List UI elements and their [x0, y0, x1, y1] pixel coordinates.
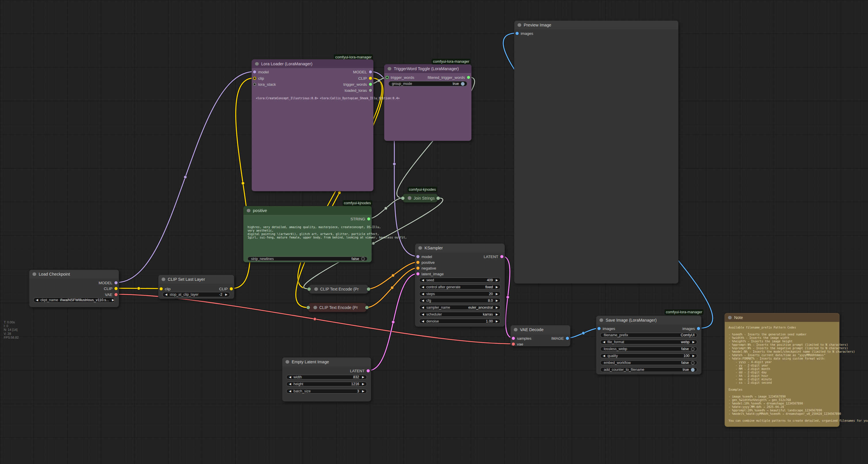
decrement-arrow-icon[interactable]: ◀ — [422, 313, 424, 316]
group-mode-widget[interactable]: group_modetrue — [389, 81, 467, 86]
slot-dot-icon[interactable] — [697, 327, 700, 330]
node-empty-latent-image[interactable]: Empty Latent ImageLATENT◀width832▶◀heigh… — [282, 357, 371, 402]
filename-prefix-widget[interactable]: filename_prefixComfyUI — [600, 333, 697, 338]
output-slot-vae[interactable]: VAE — [105, 292, 119, 297]
node-titlebar[interactable]: Load Checkpoint — [29, 270, 119, 279]
collapse-dot-icon[interactable] — [518, 23, 521, 27]
decrement-arrow-icon[interactable]: ◀ — [289, 383, 291, 385]
slot-dot-icon[interactable] — [369, 89, 372, 92]
input-slot-positive[interactable]: positive — [415, 260, 435, 265]
increment-arrow-icon[interactable]: ▶ — [362, 390, 364, 393]
node-save-image[interactable]: Save Image (LoraManager)imagesimagesfile… — [596, 316, 702, 375]
slot-dot-icon[interactable] — [416, 255, 420, 258]
increment-arrow-icon[interactable]: ▶ — [692, 341, 694, 344]
decrement-arrow-icon[interactable]: ◀ — [422, 320, 424, 323]
embed-workflow-widget[interactable]: embed_workflowfalse — [600, 360, 697, 365]
input-slot-model[interactable]: model — [252, 69, 269, 75]
decrement-arrow-icon[interactable]: ◀ — [422, 286, 424, 289]
collapse-dot-icon[interactable] — [728, 316, 732, 320]
output-slot-image[interactable]: IMAGE — [551, 336, 570, 341]
input-slot-samples[interactable]: samples — [510, 336, 531, 341]
node-triggerword-toggle[interactable]: TriggerWord Toggle (LoraManager)trigger_… — [384, 64, 471, 141]
positive-prompt-text[interactable]: highres, very detailed, amazing quality,… — [248, 226, 407, 239]
collapse-dot-icon[interactable] — [314, 287, 318, 291]
output-slot-images[interactable]: images — [682, 326, 701, 331]
node-load-checkpoint[interactable]: Load CheckpointMODELCLIPVAE◀ckpt_nameil\… — [29, 269, 119, 307]
collapse-dot-icon[interactable] — [32, 272, 36, 276]
lora-syntax-text[interactable]: <lora:CreateConcept_Illustrious:0.8> <lo… — [256, 97, 400, 100]
slot-dot-icon[interactable] — [416, 261, 420, 264]
seed-widget[interactable]: ◀seed409▶ — [419, 278, 501, 283]
node-titlebar[interactable]: TriggerWord Toggle (LoraManager) — [384, 64, 471, 73]
decrement-arrow-icon[interactable]: ◀ — [422, 293, 424, 295]
collapse-dot-icon[interactable] — [247, 209, 250, 212]
collapsed-input-dot-icon[interactable] — [307, 287, 311, 291]
quality-widget[interactable]: ◀quality100▶ — [600, 353, 697, 358]
note-text[interactable]: Available filename_prefix Pattern Codes … — [728, 326, 868, 423]
steps-widget[interactable]: ◀steps20▶ — [419, 291, 501, 296]
input-slot-negative[interactable]: negative — [415, 265, 436, 271]
toggle-dot-icon[interactable] — [461, 82, 465, 86]
node-clip-text-encode-positive[interactable]: CLIP Text Encode (Pr — [309, 285, 368, 294]
slot-dot-icon[interactable] — [416, 272, 420, 276]
increment-arrow-icon[interactable]: ▶ — [496, 279, 498, 282]
decrement-arrow-icon[interactable]: ◀ — [36, 298, 38, 301]
slot-dot-icon[interactable] — [597, 327, 600, 330]
input-slot-trigger-words[interactable]: trigger_words — [384, 75, 414, 80]
slot-dot-icon[interactable] — [367, 218, 370, 221]
output-slot-model[interactable]: MODEL — [99, 280, 119, 285]
decrement-arrow-icon[interactable]: ◀ — [422, 279, 424, 282]
collapse-dot-icon[interactable] — [313, 306, 317, 310]
node-titlebar[interactable]: Empty Latent Image — [282, 357, 371, 366]
decrement-arrow-icon[interactable]: ◀ — [289, 390, 291, 393]
slot-dot-icon[interactable] — [230, 287, 233, 291]
node-clip-set-last-layer[interactable]: CLIP Set Last LayerclipCLIP◀stop_at_clip… — [158, 275, 234, 299]
increment-arrow-icon[interactable]: ▶ — [225, 293, 227, 296]
output-slot-filtered-trigger-words[interactable]: filtered_trigger_words — [428, 75, 471, 80]
collapse-dot-icon[interactable] — [599, 318, 603, 322]
denoise-widget[interactable]: ◀denoise1.00▶ — [419, 319, 501, 324]
node-join-strings[interactable]: Join Strings — [403, 194, 438, 203]
collapse-dot-icon[interactable] — [514, 328, 518, 332]
collapsed-input-dot-icon[interactable] — [307, 306, 310, 309]
output-slot-clip[interactable]: CLIP — [104, 286, 119, 291]
input-slot-clip[interactable]: clip — [158, 286, 170, 291]
slot-dot-icon[interactable] — [367, 369, 370, 373]
decrement-arrow-icon[interactable]: ◀ — [289, 376, 291, 379]
graph-canvas[interactable]: T: 0.00s I: 0 N: 14 [14] V: 28 FPS:58.82… — [0, 0, 868, 464]
output-slot-string[interactable]: STRING — [350, 216, 371, 222]
slot-dot-icon[interactable] — [416, 267, 420, 270]
slot-dot-icon[interactable] — [385, 76, 389, 79]
collapse-dot-icon[interactable] — [418, 246, 422, 250]
collapse-dot-icon[interactable] — [408, 196, 411, 200]
node-vae-decode[interactable]: VAE DecodesamplesvaeIMAGE — [510, 325, 570, 346]
file-format-widget[interactable]: ◀file_formatwebp▶ — [600, 340, 697, 344]
scheduler-widget[interactable]: ◀schedulerkarras▶ — [419, 312, 501, 317]
input-slot-model[interactable]: model — [415, 254, 432, 259]
input-slot-lora-stack[interactable]: lora_stack — [252, 82, 276, 87]
slot-dot-icon[interactable] — [253, 77, 256, 80]
node-titlebar[interactable]: VAE Decode — [510, 325, 570, 334]
decrement-arrow-icon[interactable]: ◀ — [422, 299, 424, 302]
increment-arrow-icon[interactable]: ▶ — [496, 293, 498, 295]
node-titlebar[interactable]: Note — [725, 313, 839, 322]
width-widget[interactable]: ◀width832▶ — [286, 375, 367, 379]
sampler-name-widget[interactable]: ◀sampler_nameeuler_ancestral▶ — [419, 305, 501, 310]
collapsed-output-dot-icon[interactable] — [365, 306, 369, 309]
node-titlebar[interactable]: positive — [244, 206, 371, 215]
output-slot-latent[interactable]: LATENT — [484, 254, 504, 259]
decrement-arrow-icon[interactable]: ◀ — [603, 341, 605, 344]
node-titlebar[interactable]: Lora Loader (LoraManager) — [252, 60, 373, 68]
decrement-arrow-icon[interactable]: ◀ — [422, 306, 424, 309]
slot-dot-icon[interactable] — [369, 83, 372, 86]
node-note[interactable]: NoteAvailable filename_prefix Pattern Co… — [724, 313, 840, 427]
output-slot-loaded-loras[interactable]: loaded_loras — [345, 88, 373, 93]
output-slot-latent[interactable]: LATENT — [350, 368, 371, 373]
output-slot-clip[interactable]: CLIP — [358, 76, 373, 81]
output-slot-clip[interactable]: CLIP — [219, 286, 234, 291]
increment-arrow-icon[interactable]: ▶ — [112, 298, 115, 301]
increment-arrow-icon[interactable]: ▶ — [496, 306, 498, 309]
slot-dot-icon[interactable] — [115, 281, 118, 285]
slot-dot-icon[interactable] — [253, 70, 256, 74]
slot-dot-icon[interactable] — [369, 70, 372, 74]
